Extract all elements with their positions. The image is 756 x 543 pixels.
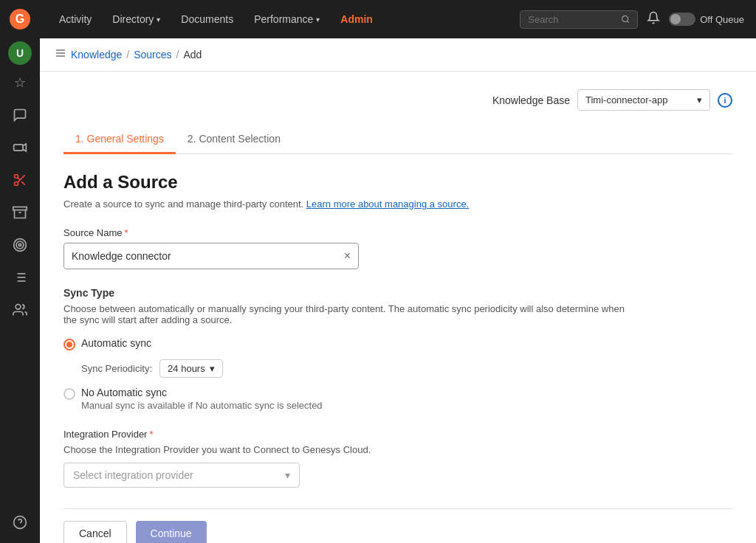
svg-line-7 <box>21 181 25 185</box>
breadcrumb-sep-1: / <box>126 49 129 60</box>
form-title: Add a Source <box>63 172 732 193</box>
svg-rect-2 <box>14 145 24 151</box>
menu-hamburger-icon[interactable] <box>55 47 66 62</box>
periodicity-select[interactable]: 24 hours ▾ <box>159 359 223 378</box>
svg-point-5 <box>15 182 18 186</box>
directory-dropdown-icon: ▾ <box>157 15 160 24</box>
breadcrumb-sep-2: / <box>176 49 179 60</box>
sync-type-title: Sync Type <box>63 287 732 299</box>
knowledge-base-info-icon[interactable]: i <box>718 93 732 108</box>
form-buttons: Cancel Continue <box>63 508 732 543</box>
periodicity-row: Sync Periodicity: 24 hours ▾ <box>81 359 732 378</box>
sidebar: G U ☆ <box>0 0 40 543</box>
integration-provider-chevron-icon: ▾ <box>285 469 290 481</box>
top-navigation: Activity Directory ▾ Documents Performan… <box>40 0 756 38</box>
no-automatic-sync-radio[interactable] <box>63 388 75 400</box>
notifications-bell-icon[interactable] <box>647 11 660 28</box>
svg-rect-9 <box>13 207 27 210</box>
inbox-icon[interactable] <box>5 198 35 227</box>
svg-point-12 <box>16 241 24 249</box>
page-content: Knowledge Base Timi-connector-app ▾ i 1.… <box>40 72 756 543</box>
content-area: Knowledge / Sources / Add Knowledge Base… <box>40 38 756 543</box>
main-wrapper: Activity Directory ▾ Documents Performan… <box>40 0 756 543</box>
no-automatic-sync-label: No Automatic sync <box>81 387 323 398</box>
svg-marker-3 <box>23 144 26 151</box>
tab-content-selection[interactable]: 2. Content Selection <box>176 125 292 154</box>
scissors-icon[interactable] <box>5 165 35 195</box>
form-description: Create a source to sync and manage third… <box>63 198 732 210</box>
nav-item-directory[interactable]: Directory ▾ <box>105 10 168 28</box>
svg-point-20 <box>16 305 21 310</box>
nav-item-activity[interactable]: Activity <box>52 10 99 28</box>
user-avatar[interactable]: U <box>8 41 32 65</box>
app-logo[interactable]: G <box>7 6 33 32</box>
continue-button[interactable]: Continue <box>136 521 207 543</box>
svg-point-11 <box>14 239 27 252</box>
svg-line-8 <box>18 178 20 180</box>
periodicity-value: 24 hours <box>168 363 205 374</box>
source-name-label: Source Name * <box>63 227 732 238</box>
nav-right: Off Queue <box>520 10 744 29</box>
source-name-required: * <box>124 227 128 238</box>
queue-status-label: Off Queue <box>700 14 744 25</box>
automatic-sync-option: Automatic sync <box>63 337 732 350</box>
video-icon[interactable] <box>5 133 35 162</box>
search-input[interactable] <box>528 14 616 25</box>
automatic-sync-radio[interactable] <box>63 339 75 350</box>
nav-item-documents[interactable]: Documents <box>173 10 241 28</box>
users-icon[interactable] <box>5 295 35 325</box>
breadcrumb-knowledge[interactable]: Knowledge <box>71 49 122 60</box>
star-icon[interactable]: ☆ <box>5 68 35 97</box>
tab-general-settings[interactable]: 1. General Settings <box>63 125 176 154</box>
nav-item-performance[interactable]: Performance ▾ <box>247 10 327 28</box>
queue-toggle-wrap: Off Queue <box>669 13 744 26</box>
integration-provider-select[interactable]: Select integration provider ▾ <box>63 463 300 488</box>
knowledge-base-value: Timi-connector-app <box>585 94 668 106</box>
learn-more-link[interactable]: Learn more about managing a source. <box>306 198 469 210</box>
svg-line-24 <box>628 21 629 22</box>
target-icon[interactable] <box>5 230 35 260</box>
search-box[interactable] <box>520 10 638 29</box>
svg-text:G: G <box>16 13 24 25</box>
source-name-clear-icon[interactable]: × <box>344 249 351 263</box>
breadcrumb-bar: Knowledge / Sources / Add <box>40 38 756 72</box>
source-name-input-wrap: × <box>63 243 359 269</box>
svg-point-4 <box>15 175 18 179</box>
knowledge-base-label: Knowledge Base <box>492 94 570 106</box>
breadcrumb-add: Add <box>183 49 202 60</box>
toggle-knob <box>670 14 681 24</box>
cancel-button[interactable]: Cancel <box>63 521 127 543</box>
knowledge-base-header: Knowledge Base Timi-connector-app ▾ i <box>63 89 732 111</box>
queue-toggle[interactable] <box>669 13 695 26</box>
list-icon[interactable] <box>5 263 35 292</box>
performance-dropdown-icon: ▾ <box>316 15 320 24</box>
help-icon-bottom[interactable] <box>5 508 35 537</box>
svg-point-23 <box>622 15 628 21</box>
integration-provider-required: * <box>149 429 153 440</box>
breadcrumb-sources[interactable]: Sources <box>134 49 171 60</box>
knowledge-base-chevron-icon: ▾ <box>697 94 702 106</box>
chat-icon[interactable] <box>5 100 35 130</box>
automatic-sync-label: Automatic sync <box>81 337 151 349</box>
no-automatic-sync-option: No Automatic sync Manual sync is availab… <box>63 387 732 411</box>
svg-point-13 <box>18 243 21 246</box>
sync-type-group: Sync Type Choose between automatically o… <box>63 287 732 411</box>
sync-type-description: Choose between automatically or manually… <box>63 303 639 325</box>
nav-item-admin[interactable]: Admin <box>333 10 380 28</box>
periodicity-label: Sync Periodicity: <box>81 363 152 374</box>
no-automatic-sync-sublabel: Manual sync is available if No automatic… <box>81 400 323 411</box>
integration-provider-label: Integration Provider * <box>63 429 732 440</box>
integration-provider-description: Choose the Integration Provider you want… <box>63 444 732 455</box>
knowledge-base-select[interactable]: Timi-connector-app ▾ <box>577 89 710 111</box>
periodicity-chevron-icon: ▾ <box>210 363 215 374</box>
integration-provider-group: Integration Provider * Choose the Integr… <box>63 429 732 488</box>
tabs: 1. General Settings 2. Content Selection <box>63 125 732 154</box>
source-name-input[interactable] <box>72 250 344 262</box>
source-name-group: Source Name * × <box>63 227 732 269</box>
integration-provider-placeholder: Select integration provider <box>73 469 193 481</box>
